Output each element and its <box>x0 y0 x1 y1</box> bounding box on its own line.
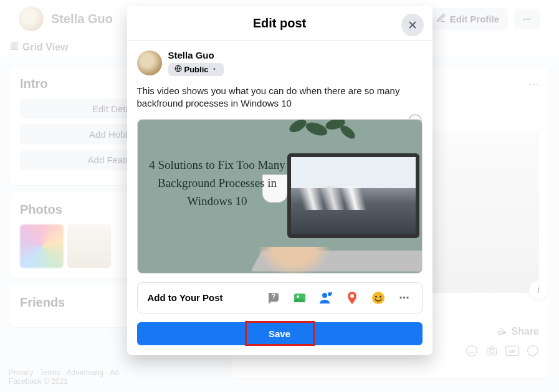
svg-text:?: ? <box>271 292 275 300</box>
svg-point-17 <box>297 295 299 298</box>
close-icon[interactable] <box>401 14 424 36</box>
save-label: Save <box>269 328 290 339</box>
svg-point-21 <box>372 292 385 304</box>
composer-header: Stella Guo Public <box>137 50 423 76</box>
add-to-post-label: Add to Your Post <box>148 292 223 303</box>
more-addon-icon[interactable]: ··· <box>397 290 412 305</box>
svg-point-11 <box>287 119 308 135</box>
hands-decor <box>257 247 332 274</box>
privacy-selector[interactable]: Public <box>168 63 224 76</box>
globe-icon <box>174 65 182 74</box>
privacy-label: Public <box>184 65 209 74</box>
composer-author: Stella Guo <box>168 50 224 60</box>
svg-point-18 <box>322 293 327 298</box>
svg-point-22 <box>375 295 377 297</box>
modal-header: Edit post <box>127 6 432 41</box>
media-preview: 4 Solutions to Fix Too Many Background P… <box>137 119 423 274</box>
unknown-addon-icon[interactable]: ? <box>266 290 281 305</box>
caret-down-icon <box>211 65 217 74</box>
tag-people-icon[interactable] <box>318 290 333 305</box>
add-to-post-row: Add to Your Post ? ··· <box>137 282 423 313</box>
post-text[interactable]: This video shows you what you can do whe… <box>137 85 423 110</box>
edit-post-modal: Edit post Stella Guo Public This vid <box>127 6 432 355</box>
modal-title: Edit post <box>253 16 307 31</box>
media-caption: 4 Solutions to Fix Too Many Background P… <box>149 156 286 211</box>
svg-point-23 <box>380 295 381 297</box>
photo-video-icon[interactable] <box>292 290 307 305</box>
media-image[interactable]: 4 Solutions to Fix Too Many Background P… <box>138 120 422 273</box>
feeling-icon[interactable] <box>371 290 386 305</box>
location-icon[interactable] <box>345 290 360 305</box>
svg-point-12 <box>304 120 329 138</box>
svg-point-20 <box>350 294 354 298</box>
save-button[interactable]: Save <box>137 322 423 345</box>
composer-avatar[interactable] <box>137 50 162 75</box>
